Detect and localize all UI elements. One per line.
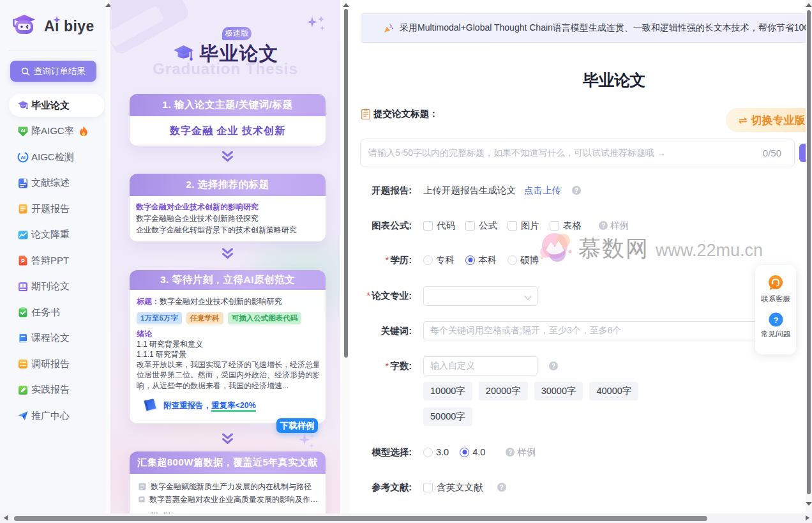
faq-item[interactable]: ? 常见问题 bbox=[761, 312, 790, 339]
sidebar-item-task-book[interactable]: 任务书 bbox=[9, 301, 105, 324]
brand-name: Ai biye bbox=[44, 18, 94, 35]
chip-40000[interactable]: 40000字 bbox=[589, 382, 638, 400]
sample-link-muted[interactable]: 样例 bbox=[517, 446, 536, 459]
education-label-text: 学历: bbox=[390, 255, 412, 265]
word-count-chips-row2: 50000字 bbox=[423, 407, 472, 426]
switch-pro-version-button[interactable]: ⇌ 切换专业版 bbox=[726, 108, 806, 132]
radio-college[interactable] bbox=[423, 255, 433, 265]
literature-item: 数字金融赋能新质生产力发展的内在机制与路径 bbox=[139, 480, 318, 493]
thesis-title-input[interactable]: 请输入5-50字以内的完整标题，如果不知道写什么，可以试试推荐标题哦 → 0/5… bbox=[360, 139, 795, 167]
education-label: *学历: bbox=[349, 254, 412, 266]
step3-card: 3. 等待片刻，立得AI原创范文 标题：数字金融对企业技术创新的影响研究 1万至… bbox=[130, 270, 326, 423]
radio-bachelor[interactable] bbox=[465, 255, 475, 265]
custom-words-input[interactable]: 输入自定义 bbox=[423, 356, 538, 375]
radio-bachelor-label: 本科 bbox=[478, 254, 497, 266]
promo-ghost-text: Graduation Thesis bbox=[110, 60, 340, 78]
sidebar-item-practice-report[interactable]: 实践报告 bbox=[9, 379, 105, 402]
sidebar-item-label: 调研报告 bbox=[31, 358, 70, 370]
radio-master-phd[interactable] bbox=[508, 255, 517, 265]
help-icon[interactable]: ? bbox=[599, 221, 608, 230]
query-order-button[interactable]: 查询订单结果 bbox=[10, 61, 96, 82]
chip-50000[interactable]: 50000字 bbox=[423, 407, 472, 426]
sidebar-item-reduce-aigc[interactable]: AI 降AIGC率 bbox=[9, 120, 105, 143]
horizontal-scrollbar[interactable] bbox=[0, 513, 812, 523]
checkbox-code[interactable] bbox=[423, 221, 433, 231]
chip-30000[interactable]: 30000字 bbox=[534, 382, 583, 400]
chip-10000[interactable]: 10000字 bbox=[423, 382, 472, 400]
scrollbar-thumb[interactable] bbox=[14, 516, 707, 521]
checkbox-image[interactable] bbox=[508, 221, 517, 231]
report-prefix-text: 附查重报告， bbox=[163, 401, 211, 410]
references-label: 参考文献: bbox=[349, 481, 412, 494]
tag-word-range: 1万至5万字 bbox=[137, 312, 182, 324]
tag-formula-chart-code: 可插入公式图表代码 bbox=[228, 312, 302, 324]
search-icon bbox=[21, 67, 30, 76]
help-icon[interactable]: ? bbox=[506, 448, 515, 457]
step1-header: 1. 输入论文主题/关键词/标题 bbox=[130, 94, 326, 116]
sidebar-item-defense-ppt[interactable]: P 答辩PPT bbox=[9, 249, 105, 272]
keywords-input[interactable]: 每个关键词用空格或者;隔开，至少3个，至多8个 bbox=[423, 321, 795, 340]
char-counter: 0/50 bbox=[763, 148, 781, 158]
sidebar-item-label: 答辩PPT bbox=[31, 255, 69, 267]
scroll-up-arrow-icon[interactable] bbox=[806, 3, 812, 7]
scroll-down-arrow-icon[interactable] bbox=[806, 502, 812, 506]
promo-scrollbar[interactable] bbox=[342, 0, 349, 513]
party-popper-icon bbox=[383, 23, 394, 34]
sidebar-item-paper-dedup[interactable]: 论文降重 bbox=[9, 224, 105, 246]
report-book-icon bbox=[142, 398, 159, 414]
major-label: *论文专业: bbox=[349, 290, 412, 302]
scroll-right-arrow-icon[interactable] bbox=[806, 515, 809, 520]
major-select[interactable] bbox=[423, 286, 538, 306]
question-circle-icon: ? bbox=[769, 312, 783, 327]
chip-20000[interactable]: 20000字 bbox=[479, 382, 528, 400]
click-upload-link[interactable]: 点击上传 bbox=[524, 185, 561, 197]
sidebar-item-literature-review[interactable]: 文献综述 bbox=[9, 172, 105, 195]
sidebar-item-label: AIGC检测 bbox=[31, 151, 74, 163]
plagiarism-report-line: 附查重报告，重复率<20% bbox=[137, 398, 319, 414]
sidebar-item-label: 期刊论文 bbox=[31, 280, 70, 292]
sparkle-icon bbox=[297, 433, 317, 450]
help-icon[interactable]: ? bbox=[572, 186, 581, 195]
charts-label: 图表公式: bbox=[349, 220, 412, 232]
sidebar-item-promotion-center[interactable]: 推广中心 bbox=[9, 404, 105, 427]
checkbox-formula[interactable] bbox=[465, 221, 475, 231]
practice-pencil-icon bbox=[17, 384, 29, 396]
literature-item-text: 数字金融赋能新质生产力发展的内在机制与路径 bbox=[151, 480, 312, 493]
scrollbar-thumb[interactable] bbox=[344, 9, 348, 358]
step1-card: 1. 输入论文主题/关键词/标题 数字金融 企业 技术创新 bbox=[130, 94, 326, 146]
sidebar-item-survey-report[interactable]: 调研报告 bbox=[9, 352, 105, 375]
recommended-title-option[interactable]: 数字金融融合企业技术创新路径探究 bbox=[136, 213, 319, 224]
help-icon[interactable]: ? bbox=[549, 361, 558, 370]
contact-service-item[interactable]: 联系客服 bbox=[761, 274, 790, 304]
checkbox-table[interactable] bbox=[550, 221, 559, 231]
checkbox-image-label: 图片 bbox=[521, 220, 539, 232]
page-scrollbar[interactable] bbox=[806, 0, 812, 513]
sidebar-item-graduation-thesis[interactable]: 毕业论文 bbox=[9, 94, 105, 117]
sample-link-muted[interactable]: 样例 bbox=[610, 220, 629, 232]
sidebar-item-proposal-report[interactable]: 开题报告 bbox=[9, 197, 105, 220]
scroll-left-arrow-icon[interactable] bbox=[4, 515, 8, 520]
sidebar-item-course-paper[interactable]: 课程论文 bbox=[9, 327, 105, 350]
scroll-up-arrow-icon[interactable] bbox=[343, 3, 349, 7]
chevron-down-double-icon bbox=[221, 151, 234, 162]
submit-title-row: 提交论文标题： bbox=[361, 108, 439, 120]
checkbox-english-refs[interactable] bbox=[423, 483, 433, 492]
radio-model-3[interactable] bbox=[423, 448, 433, 457]
radio-model-4[interactable] bbox=[460, 448, 469, 457]
switch-pro-label: 切换专业版 bbox=[751, 113, 805, 128]
sample-paragraph: 改革开放以来，我国实现了经济的飞速增长，经济总量 位居世界第二位。然而，受国内外… bbox=[137, 360, 319, 391]
chevron-down-double-icon bbox=[221, 433, 234, 444]
help-icon[interactable]: ? bbox=[497, 483, 506, 492]
recommended-title-option[interactable]: 企业数字金融化转型背景下的技术创新策略研究 bbox=[136, 224, 319, 236]
sidebar-item-journal-paper[interactable]: 期刊论文 bbox=[9, 275, 105, 298]
course-book-icon bbox=[17, 333, 29, 344]
recommended-title-option-active[interactable]: 数字金融对企业技术创新的影响研究 bbox=[136, 201, 319, 213]
sidebar-item-aigc-detect[interactable]: AI AIGC检测 bbox=[9, 146, 105, 169]
data-banner-card: 汇集超800W篇数据，覆盖近5年真实文献 数字金融赋能新质生产力发展的内在机制与… bbox=[130, 451, 326, 513]
scrollbar-thumb[interactable] bbox=[807, 10, 811, 494]
download-sample-button[interactable]: 下载样例 bbox=[276, 418, 318, 433]
sidebar-item-label: 推广中心 bbox=[31, 410, 70, 422]
proposal-text: 上传开题报告生成论文 bbox=[423, 185, 516, 197]
recommend-title-button[interactable] bbox=[799, 144, 806, 162]
journal-book-icon bbox=[17, 281, 29, 292]
